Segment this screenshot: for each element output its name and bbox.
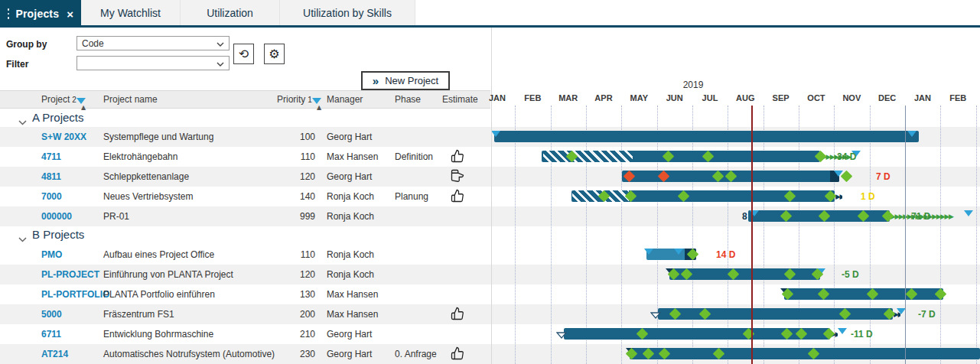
tab-utilization[interactable]: Utilization xyxy=(181,0,280,25)
month-label: APR xyxy=(586,93,621,102)
group-by-label: Group by xyxy=(6,39,47,50)
settings-button[interactable]: ⚙ xyxy=(264,44,285,64)
month-label: FEB xyxy=(515,93,550,102)
month-label: JAN xyxy=(905,93,940,102)
month-label: SEP xyxy=(763,93,799,102)
month-label: MAY xyxy=(621,93,656,102)
column-header-project-name[interactable]: Project name xyxy=(103,94,158,105)
tab-projects[interactable]: Projects × xyxy=(0,0,81,28)
tab-my-watchlist[interactable]: My Watchlist xyxy=(81,0,181,25)
column-header-estimate[interactable]: Estimate xyxy=(442,94,478,105)
refresh-icon: ⟲ xyxy=(239,47,249,61)
tab-utilization-by-skills[interactable]: Utilization by Skills xyxy=(280,0,415,25)
table-header: Project2▲ Project name Priority1▲ Manage… xyxy=(0,90,490,109)
sort-asc-icon: ▲ xyxy=(312,98,321,104)
close-tab-icon[interactable]: × xyxy=(67,8,73,20)
column-header-priority[interactable]: Priority1▲ xyxy=(277,94,312,105)
month-label: JUN xyxy=(657,93,692,102)
group-by-value: Code xyxy=(82,38,217,49)
month-label: MAR xyxy=(551,93,586,102)
column-header-phase[interactable]: Phase xyxy=(395,94,421,105)
group-by-dropdown[interactable]: Code xyxy=(77,36,230,50)
gear-icon: ⚙ xyxy=(269,47,279,61)
new-project-button[interactable]: » New Project xyxy=(361,71,450,90)
tab-bar: Projects × My Watchlist Utilization Util… xyxy=(0,0,980,28)
chevron-down-icon xyxy=(217,58,224,69)
toolbar: Group by Code Filter ⟲ ⚙ » New Project xyxy=(0,28,490,90)
column-header-manager[interactable]: Manager xyxy=(327,94,363,105)
month-label: FEB xyxy=(940,93,975,102)
tab-projects-label: Projects xyxy=(15,8,59,20)
today-line xyxy=(751,106,753,364)
new-project-label: New Project xyxy=(385,75,438,86)
month-label: JAN xyxy=(480,93,515,102)
month-label: JUL xyxy=(692,93,728,102)
filter-dropdown[interactable] xyxy=(77,56,230,70)
year-boundary-line xyxy=(905,106,906,364)
hamburger-menu-icon[interactable] xyxy=(8,8,9,19)
month-label: AUG xyxy=(728,93,763,102)
double-chevron-icon: » xyxy=(373,74,379,87)
month-label: NOV xyxy=(834,93,869,102)
pane-divider xyxy=(491,28,492,364)
month-label: DEC xyxy=(870,93,905,102)
sort-asc-icon: ▲ xyxy=(77,98,86,104)
app-window: A ProjectsS+W 20XXSystempflege und Wartu… xyxy=(0,0,980,364)
refresh-button[interactable]: ⟲ xyxy=(233,44,254,64)
chevron-down-icon xyxy=(217,38,224,49)
month-label: OCT xyxy=(799,93,834,102)
column-header-project[interactable]: Project2▲ xyxy=(41,94,77,105)
gantt-year-label: 2019 xyxy=(680,80,706,90)
filter-label: Filter xyxy=(6,59,28,70)
